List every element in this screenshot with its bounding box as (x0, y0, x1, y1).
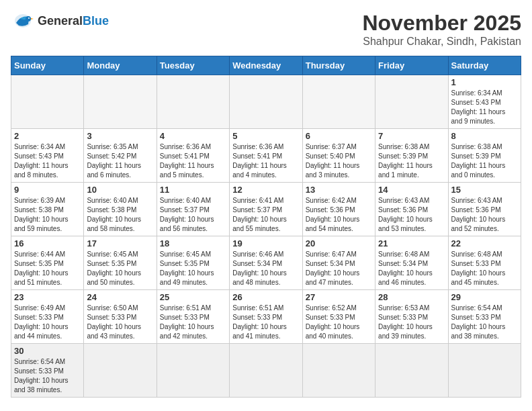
day-info: Sunrise: 6:36 AM Sunset: 5:41 PM Dayligh… (232, 142, 299, 180)
weekday-header-wednesday: Wednesday (230, 56, 302, 75)
day-number: 4 (160, 131, 226, 141)
calendar-cell: 4Sunrise: 6:36 AM Sunset: 5:41 PM Daylig… (157, 129, 229, 183)
calendar-cell (302, 344, 375, 398)
svg-point-3 (28, 17, 30, 19)
calendar-row: 23Sunrise: 6:49 AM Sunset: 5:33 PM Dayli… (11, 290, 521, 344)
day-number: 1 (451, 77, 518, 87)
day-number: 29 (451, 292, 518, 302)
calendar-cell (448, 344, 521, 398)
day-number: 14 (378, 185, 445, 195)
calendar-cell: 24Sunrise: 6:50 AM Sunset: 5:33 PM Dayli… (84, 290, 157, 344)
calendar-cell: 2Sunrise: 6:34 AM Sunset: 5:43 PM Daylig… (11, 129, 84, 183)
day-info: Sunrise: 6:47 AM Sunset: 5:34 PM Dayligh… (306, 250, 372, 287)
day-info: Sunrise: 6:48 AM Sunset: 5:33 PM Dayligh… (451, 250, 518, 287)
calendar-cell: 14Sunrise: 6:43 AM Sunset: 5:36 PM Dayli… (375, 183, 448, 236)
day-number: 27 (306, 292, 372, 302)
calendar-cell: 26Sunrise: 6:51 AM Sunset: 5:33 PM Dayli… (230, 290, 302, 344)
day-info: Sunrise: 6:48 AM Sunset: 5:34 PM Dayligh… (378, 250, 445, 287)
day-info: Sunrise: 6:40 AM Sunset: 5:38 PM Dayligh… (87, 196, 153, 234)
day-info: Sunrise: 6:52 AM Sunset: 5:33 PM Dayligh… (306, 304, 372, 341)
calendar-row: 30Sunrise: 6:54 AM Sunset: 5:33 PM Dayli… (11, 344, 521, 398)
calendar-cell: 23Sunrise: 6:49 AM Sunset: 5:33 PM Dayli… (11, 290, 84, 344)
day-info: Sunrise: 6:49 AM Sunset: 5:33 PM Dayligh… (14, 304, 81, 341)
day-number: 2 (14, 131, 81, 141)
calendar-cell: 18Sunrise: 6:45 AM Sunset: 5:35 PM Dayli… (157, 236, 229, 290)
day-number: 28 (378, 292, 445, 302)
weekday-header-monday: Monday (84, 56, 157, 75)
svg-point-1 (26, 16, 31, 21)
calendar-cell (375, 75, 448, 129)
calendar-cell: 8Sunrise: 6:38 AM Sunset: 5:39 PM Daylig… (448, 129, 521, 183)
day-number: 7 (378, 131, 445, 141)
weekday-header-thursday: Thursday (302, 56, 375, 75)
day-info: Sunrise: 6:54 AM Sunset: 5:33 PM Dayligh… (451, 304, 518, 341)
calendar-cell: 16Sunrise: 6:44 AM Sunset: 5:35 PM Dayli… (11, 236, 84, 290)
day-number: 23 (14, 292, 81, 302)
day-number: 5 (232, 131, 299, 141)
day-number: 20 (306, 238, 372, 248)
day-info: Sunrise: 6:37 AM Sunset: 5:40 PM Dayligh… (306, 142, 372, 180)
day-number: 10 (87, 185, 153, 195)
day-info: Sunrise: 6:34 AM Sunset: 5:43 PM Dayligh… (14, 142, 81, 180)
day-number: 13 (306, 185, 372, 195)
day-number: 15 (451, 185, 518, 195)
day-info: Sunrise: 6:53 AM Sunset: 5:33 PM Dayligh… (378, 304, 445, 341)
calendar-row: 2Sunrise: 6:34 AM Sunset: 5:43 PM Daylig… (11, 129, 521, 183)
calendar-cell (84, 344, 157, 398)
calendar-cell: 28Sunrise: 6:53 AM Sunset: 5:33 PM Dayli… (375, 290, 448, 344)
weekday-header-sunday: Sunday (11, 56, 84, 75)
day-info: Sunrise: 6:46 AM Sunset: 5:34 PM Dayligh… (232, 250, 299, 287)
calendar-cell: 22Sunrise: 6:48 AM Sunset: 5:33 PM Dayli… (448, 236, 521, 290)
calendar-cell: 29Sunrise: 6:54 AM Sunset: 5:33 PM Dayli… (448, 290, 521, 344)
calendar-cell: 12Sunrise: 6:41 AM Sunset: 5:37 PM Dayli… (230, 183, 302, 236)
calendar-cell: 30Sunrise: 6:54 AM Sunset: 5:33 PM Dayli… (11, 344, 84, 398)
calendar-cell: 19Sunrise: 6:46 AM Sunset: 5:34 PM Dayli… (230, 236, 302, 290)
calendar-cell: 9Sunrise: 6:39 AM Sunset: 5:38 PM Daylig… (11, 183, 84, 236)
calendar-table: SundayMondayTuesdayWednesdayThursdayFrid… (11, 56, 521, 398)
calendar-cell (375, 344, 448, 398)
calendar-cell (302, 75, 375, 129)
day-number: 26 (232, 292, 299, 302)
day-info: Sunrise: 6:51 AM Sunset: 5:33 PM Dayligh… (232, 304, 299, 341)
day-info: Sunrise: 6:38 AM Sunset: 5:39 PM Dayligh… (378, 142, 445, 180)
weekday-header-saturday: Saturday (448, 56, 521, 75)
weekday-header-row: SundayMondayTuesdayWednesdayThursdayFrid… (11, 56, 521, 75)
day-number: 24 (87, 292, 153, 302)
calendar-row: 1Sunrise: 6:34 AM Sunset: 5:43 PM Daylig… (11, 75, 521, 129)
calendar-cell: 17Sunrise: 6:45 AM Sunset: 5:35 PM Dayli… (84, 236, 157, 290)
calendar-cell (157, 75, 229, 129)
calendar-cell: 7Sunrise: 6:38 AM Sunset: 5:39 PM Daylig… (375, 129, 448, 183)
day-info: Sunrise: 6:34 AM Sunset: 5:43 PM Dayligh… (451, 89, 518, 126)
day-number: 30 (14, 346, 81, 356)
calendar-cell: 5Sunrise: 6:36 AM Sunset: 5:41 PM Daylig… (230, 129, 302, 183)
calendar-cell: 20Sunrise: 6:47 AM Sunset: 5:34 PM Dayli… (302, 236, 375, 290)
logo-icon (11, 11, 35, 31)
month-title: November 2025 (362, 11, 521, 36)
day-number: 12 (232, 185, 299, 195)
weekday-header-tuesday: Tuesday (157, 56, 229, 75)
calendar-cell: 21Sunrise: 6:48 AM Sunset: 5:34 PM Dayli… (375, 236, 448, 290)
logo-text-area: GeneralBlue (38, 15, 109, 27)
calendar-cell: 13Sunrise: 6:42 AM Sunset: 5:36 PM Dayli… (302, 183, 375, 236)
day-number: 25 (160, 292, 226, 302)
day-number: 17 (87, 238, 153, 248)
day-number: 16 (14, 238, 81, 248)
weekday-header-friday: Friday (375, 56, 448, 75)
day-number: 21 (378, 238, 445, 248)
day-info: Sunrise: 6:39 AM Sunset: 5:38 PM Dayligh… (14, 196, 81, 234)
calendar-cell: 25Sunrise: 6:51 AM Sunset: 5:33 PM Dayli… (157, 290, 229, 344)
day-info: Sunrise: 6:43 AM Sunset: 5:36 PM Dayligh… (378, 196, 445, 234)
day-number: 9 (14, 185, 81, 195)
location-title: Shahpur Chakar, Sindh, Pakistan (362, 36, 521, 48)
calendar-cell: 15Sunrise: 6:43 AM Sunset: 5:36 PM Dayli… (448, 183, 521, 236)
calendar-cell: 10Sunrise: 6:40 AM Sunset: 5:38 PM Dayli… (84, 183, 157, 236)
day-info: Sunrise: 6:40 AM Sunset: 5:37 PM Dayligh… (160, 196, 226, 234)
day-info: Sunrise: 6:54 AM Sunset: 5:33 PM Dayligh… (14, 357, 81, 395)
day-number: 18 (160, 238, 226, 248)
calendar-cell (230, 75, 302, 129)
calendar-cell (84, 75, 157, 129)
page-header: GeneralBlue November 2025 Shahpur Chakar… (11, 11, 521, 48)
day-number: 22 (451, 238, 518, 248)
calendar-row: 16Sunrise: 6:44 AM Sunset: 5:35 PM Dayli… (11, 236, 521, 290)
calendar-cell: 6Sunrise: 6:37 AM Sunset: 5:40 PM Daylig… (302, 129, 375, 183)
